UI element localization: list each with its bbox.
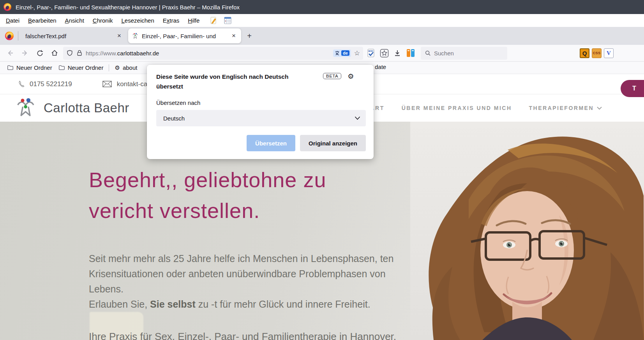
hero-heading-line2: vericht verstellen.	[89, 195, 326, 226]
email-link[interactable]: kontakt-car	[102, 80, 150, 88]
menu-chronik[interactable]: Chronik	[88, 16, 117, 25]
hero-body-line: Krisensituationen oder anbeten unüberwin…	[89, 266, 393, 282]
w3c-validator-icon[interactable]: W3C	[365, 48, 376, 58]
firefox-logo-icon	[3, 3, 12, 11]
firefox-tab-icon[interactable]	[5, 31, 14, 41]
menu-hilfe[interactable]: Hilfe	[183, 16, 204, 25]
bookmark-about[interactable]: ⚙ about	[111, 63, 140, 73]
tab-label: Einzel-, Paar-, Familien- und	[142, 33, 228, 39]
bookmark-star-icon[interactable]: ☆	[354, 49, 360, 57]
selected-language: Deutsch	[163, 115, 355, 122]
search-icon	[425, 50, 431, 56]
url-bar[interactable]: https://www.carlottabaehr.de de ☆	[63, 47, 363, 60]
html-validator-extension-icon[interactable]: Q	[580, 48, 589, 58]
hero-body-line: Seit mehr mehr als 25 Jahre helfe ich Me…	[89, 251, 393, 266]
translate-language-badge: de	[341, 50, 349, 56]
bookmark-folder-2[interactable]: Neuer Ordner	[55, 63, 107, 72]
back-button[interactable]	[4, 47, 16, 59]
tab-divider	[18, 31, 18, 41]
language-select[interactable]: Deutsch	[156, 110, 366, 126]
menu-ansicht[interactable]: Ansicht	[61, 16, 88, 25]
bookmark-partial-date[interactable]: date	[375, 64, 386, 70]
site-navigation: START ÜBER MEINE PRAXIS UND MICH THERAPI…	[362, 94, 602, 122]
translate-to-label: Übersetzen nach	[156, 99, 366, 106]
nav-therapieformen[interactable]: THERAPIEFORMEN	[529, 105, 602, 111]
show-original-button[interactable]: Original anzeigen	[300, 135, 366, 151]
menu-datei[interactable]: Datei	[2, 16, 24, 25]
translate-icon[interactable]: de	[333, 50, 351, 57]
envelope-icon	[102, 81, 112, 87]
gear-icon[interactable]: ⚙	[348, 72, 354, 80]
new-tab-button[interactable]: +	[244, 31, 254, 41]
close-icon[interactable]: ×	[115, 32, 124, 40]
dictionary-extension-icon[interactable]	[405, 48, 416, 58]
site-logo-text[interactable]: Carlotta Baehr	[44, 101, 129, 115]
beta-badge: BETA	[323, 73, 341, 79]
search-placeholder: Suchen	[434, 50, 454, 57]
hero-body-sentence: Erlauben Sie, Sie selbst zu -t für mehr …	[89, 297, 393, 312]
menu-lesezeichen[interactable]: Lesezeichen	[117, 16, 159, 25]
bookmark-folder-1[interactable]: Neuer Ordner	[4, 63, 55, 72]
praxis-logo-icon[interactable]	[16, 97, 37, 119]
chevron-down-icon	[597, 106, 602, 110]
hero-paragraph: Seit mehr mehr als 25 Jahre helfe ich Me…	[89, 251, 393, 312]
folder-icon	[7, 64, 14, 71]
star-badge-icon[interactable]	[379, 48, 390, 58]
email-text: kontakt-car	[117, 80, 150, 88]
termin-cta-button[interactable]: T	[621, 80, 644, 97]
phone-number: 0175 5221219	[30, 80, 72, 88]
css-extension-icon[interactable]: CSS	[592, 48, 602, 58]
phone-link[interactable]: 0175 5221219	[18, 80, 72, 88]
reload-button[interactable]	[34, 47, 46, 59]
hero-heading-line1: Begehrt,, geliebtohne zu	[89, 165, 326, 195]
bookmarks-separator	[109, 64, 109, 71]
note-pencil-icon[interactable]	[210, 17, 217, 25]
window-title: Einzel-, Paar-, Familien- und Sexualther…	[16, 4, 240, 11]
tab-einzel-paar-familien[interactable]: Einzel-, Paar-, Familien- und ×	[128, 28, 241, 43]
window-title-bar: Einzel-, Paar-, Familien- und Sexualther…	[0, 0, 644, 14]
hero-body-line: Lebens.	[89, 282, 393, 297]
shield-icon[interactable]	[66, 50, 73, 57]
translation-popup: Diese Seite wurde von Englisch nach Deut…	[147, 65, 374, 159]
translation-popup-title: Diese Seite wurde von Englisch nach Deut…	[156, 72, 313, 91]
v-extension-icon[interactable]: V	[604, 48, 614, 58]
menu-extras[interactable]: Extras	[159, 16, 184, 25]
folder-icon	[58, 64, 65, 71]
site-favicon	[132, 33, 139, 39]
forward-button[interactable]	[19, 47, 31, 59]
lock-icon[interactable]	[76, 50, 83, 57]
search-field[interactable]: Suchen	[421, 47, 507, 60]
hero-footer-line: Ihre Praxis für Sex, Einzel-, Paar- und …	[89, 331, 396, 340]
close-icon[interactable]: ×	[229, 32, 238, 40]
menu-bar: Datei Bearbeiten Ansicht Chronik Lesezei…	[0, 14, 644, 27]
url-text[interactable]: https://www.carlottabaehr.de	[86, 50, 159, 57]
download-icon[interactable]	[392, 48, 403, 58]
calendar-grid-icon[interactable]	[224, 17, 231, 24]
chevron-down-icon	[355, 116, 360, 120]
menu-bearbeiten[interactable]: Bearbeiten	[24, 16, 61, 25]
translate-button[interactable]: Übersetzen	[247, 135, 295, 151]
portrait-photo	[410, 122, 644, 340]
gear-icon: ⚙	[115, 64, 120, 71]
tab-falschertext-pdf[interactable]: falscherText.pdf ×	[21, 28, 127, 44]
tab-label: falscherText.pdf	[25, 33, 115, 39]
navigation-toolbar: https://www.carlottabaehr.de de ☆ W3C	[0, 45, 644, 62]
nav-ueber-meine-praxis[interactable]: ÜBER MEINE PRAXIS UND MICH	[402, 105, 512, 111]
home-button[interactable]	[48, 47, 61, 59]
tab-bar: falscherText.pdf × Einzel-, Paar-, Famil…	[0, 27, 644, 45]
svg-text:W3C: W3C	[368, 50, 374, 52]
hero-heading: Begehrt,, geliebtohne zu vericht verstel…	[89, 165, 326, 226]
phone-icon	[18, 80, 25, 88]
